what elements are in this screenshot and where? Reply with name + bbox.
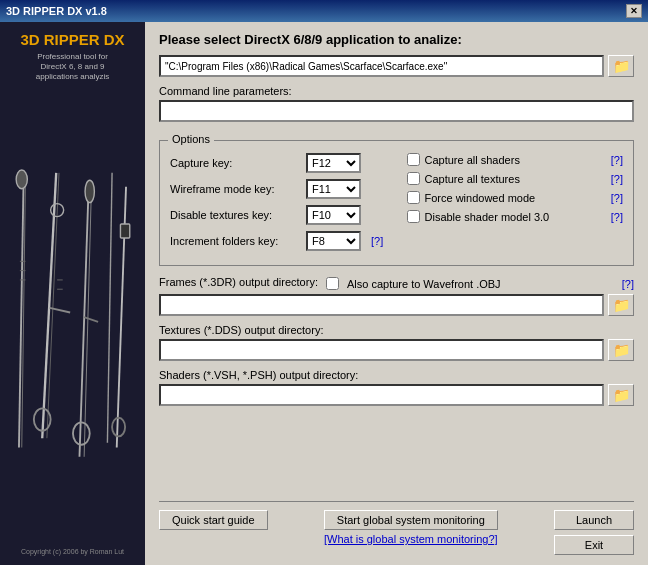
svg-line-16 [84,317,98,322]
shaders-dir-input-row: 📁 [159,384,634,406]
app-path-input[interactable] [159,55,604,77]
force-windowed-help[interactable]: [?] [611,192,623,204]
main-title: Please select DirectX 6/8/9 application … [159,32,634,47]
title-bar-buttons: ✕ [626,4,642,18]
disable-shader-model-checkbox[interactable] [407,210,420,223]
wireframe-key-row: Wireframe mode key: F11F8F9F10F12 [170,179,387,199]
cmd-label: Command line parameters: [159,85,634,97]
incr-folders-help-link[interactable]: [?] [371,235,383,247]
capture-textures-help[interactable]: [?] [611,173,623,185]
app-path-row: 📁 [159,55,634,77]
options-checkboxes: Capture all shaders [?] Capture all text… [407,153,624,257]
textures-dir-browse-button[interactable]: 📁 [608,339,634,361]
left-panel: 3D RIPPER DX Professional tool forDirect… [0,22,145,565]
disable-tex-key-select[interactable]: F10F8F9F11F12 [306,205,361,225]
frames-dir-label: Frames (*.3DR) output directory: [159,276,318,288]
options-group: Options Capture key: F12F8F9F10F11 Wiref… [159,140,634,266]
capture-key-select[interactable]: F12F8F9F10F11 [306,153,361,173]
capture-key-label: Capture key: [170,157,300,169]
options-legend: Options [168,133,214,145]
main-window: 3D RIPPER DX Professional tool forDirect… [0,22,648,565]
disable-shader-model-row: Disable shader model 3.0 [?] [407,210,624,223]
force-windowed-row: Force windowed mode [?] [407,191,624,204]
logo-area: 3D RIPPER DX Professional tool forDirect… [20,32,124,83]
capture-shaders-help[interactable]: [?] [611,154,623,166]
textures-dir-label: Textures (*.DDS) output directory: [159,324,634,336]
quick-start-button[interactable]: Quick start guide [159,510,268,530]
svg-point-2 [16,170,27,189]
bottom-left: Quick start guide [159,510,268,530]
svg-line-3 [42,173,56,438]
also-capture-wavefront-label: Also capture to Wavefront .OBJ [347,278,501,290]
options-keys: Capture key: F12F8F9F10F11 Wireframe mod… [170,153,387,257]
frames-dir-input-row: 📁 [159,294,634,316]
disable-tex-key-row: Disable textures key: F10F8F9F11F12 [170,205,387,225]
frames-dir-input[interactable] [159,294,604,316]
svg-line-0 [19,177,24,447]
launch-button[interactable]: Launch [554,510,634,530]
textures-dir-section: Textures (*.DDS) output directory: 📁 [159,324,634,361]
exit-button[interactable]: Exit [554,535,634,555]
textures-dir-input-row: 📁 [159,339,634,361]
right-panel: Please select DirectX 6/8/9 application … [145,22,648,565]
options-inner: Capture key: F12F8F9F10F11 Wireframe mod… [170,153,623,257]
frames-dir-browse-button[interactable]: 📁 [608,294,634,316]
incr-folders-key-label: Increment folders key: [170,235,300,247]
bottom-right: Launch Exit [554,510,634,555]
title-bar: 3D RIPPER DX v1.8 ✕ [0,0,648,22]
wireframe-key-label: Wireframe mode key: [170,183,300,195]
svg-rect-11 [120,224,129,238]
copyright-text: Copyright (c) 2006 by Roman Lut [21,548,124,555]
capture-all-shaders-row: Capture all shaders [?] [407,153,624,166]
also-capture-wavefront-checkbox[interactable] [326,277,339,290]
bottom-center: Start global system monitoring [What is … [324,510,498,545]
cmd-section: Command line parameters: [159,85,634,130]
capture-all-textures-row: Capture all textures [?] [407,172,624,185]
incr-folders-key-row: Increment folders key: F8F9F10F11F12 [?] [170,231,387,251]
capture-all-shaders-label: Capture all shaders [425,154,520,166]
capture-all-shaders-checkbox[interactable] [407,153,420,166]
window-title: 3D RIPPER DX v1.8 [6,5,107,17]
capture-all-textures-checkbox[interactable] [407,172,420,185]
shaders-dir-input[interactable] [159,384,604,406]
logo-title: 3D RIPPER DX [20,32,124,49]
shaders-dir-section: Shaders (*.VSH, *.PSH) output directory:… [159,369,634,406]
cmd-input[interactable] [159,100,634,122]
cmd-input-row [159,100,634,122]
tools-svg [5,91,140,543]
frames-dir-section: Frames (*.3DR) output directory: Also ca… [159,276,634,316]
wireframe-key-select[interactable]: F11F8F9F10F12 [306,179,361,199]
wavefront-help[interactable]: [?] [622,278,634,290]
close-button[interactable]: ✕ [626,4,642,18]
capture-all-textures-label: Capture all textures [425,173,520,185]
logo-subtitle: Professional tool forDirectX 6, 8 and 9a… [20,52,124,83]
svg-point-8 [85,180,94,202]
bottom-bar: Quick start guide Start global system mo… [159,501,634,555]
svg-line-9 [107,173,112,443]
incr-folders-key-select[interactable]: F8F9F10F11F12 [306,231,361,251]
disable-tex-key-label: Disable textures key: [170,209,300,221]
disable-shader-help[interactable]: [?] [611,211,623,223]
force-windowed-checkbox[interactable] [407,191,420,204]
shaders-dir-browse-button[interactable]: 📁 [608,384,634,406]
what-is-global-link[interactable]: [What is global system monitoring?] [324,533,498,545]
textures-dir-input[interactable] [159,339,604,361]
global-monitor-button[interactable]: Start global system monitoring [324,510,498,530]
decorative-tools [5,91,140,543]
capture-key-row: Capture key: F12F8F9F10F11 [170,153,387,173]
disable-shader-model-label: Disable shader model 3.0 [425,211,550,223]
app-path-browse-button[interactable]: 📁 [608,55,634,77]
force-windowed-label: Force windowed mode [425,192,536,204]
shaders-dir-label: Shaders (*.VSH, *.PSH) output directory: [159,369,634,381]
